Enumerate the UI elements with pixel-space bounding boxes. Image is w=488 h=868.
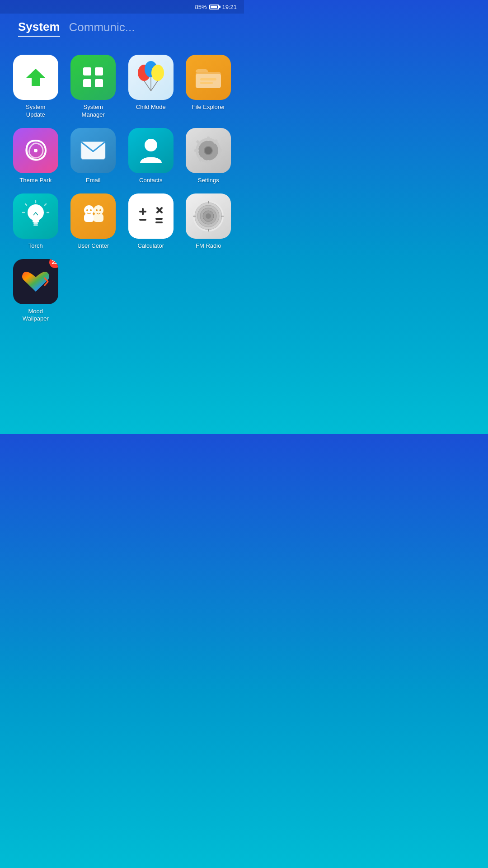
app-label-settings: Settings [198,177,219,184]
app-contacts[interactable]: Contacts [124,128,178,184]
app-file-explorer[interactable]: File Explorer [182,55,235,119]
svg-rect-1 [83,67,91,75]
svg-rect-12 [196,74,221,88]
app-label-theme-park: Theme Park [19,177,52,184]
svg-marker-0 [26,69,45,86]
app-system-update[interactable]: SystemUpdate [9,55,62,119]
svg-point-20 [145,139,157,151]
app-icon-user-center [70,193,116,239]
status-bar: 85% 19:21 [0,0,244,14]
svg-point-49 [99,209,101,211]
svg-rect-39 [33,220,39,222]
time: 19:21 [222,4,237,10]
app-email[interactable]: Email [67,128,120,184]
app-theme-park[interactable]: Theme Park [9,128,62,184]
app-grid: SystemUpdate SystemManager [0,41,244,332]
svg-point-7 [151,65,164,81]
svg-point-32 [205,147,212,154]
app-icon-fm-radio [186,193,231,239]
svg-rect-4 [95,79,103,87]
svg-rect-13 [200,78,216,80]
svg-point-44 [94,205,103,215]
app-icon-contacts [128,128,174,173]
app-mood-wallpaper[interactable]: 22 MoodWallpaper [9,259,62,323]
app-label-contacts: Contacts [139,177,162,184]
app-system-manager[interactable]: SystemManager [67,55,120,119]
svg-rect-26 [194,149,199,152]
app-icon-theme-park [13,128,58,173]
svg-rect-27 [218,149,222,152]
svg-rect-2 [95,67,103,75]
app-label-system-manager: SystemManager [82,104,105,119]
svg-rect-14 [200,82,213,84]
app-label-torch: Torch [28,242,43,250]
app-label-user-center: User Center [77,242,109,250]
app-label-mood-wallpaper: MoodWallpaper [23,308,49,323]
app-icon-settings [186,128,231,173]
app-label-fm-radio: FM Radio [196,242,221,250]
battery-icon [209,5,219,9]
app-calculator[interactable]: Calculator [124,193,178,250]
battery-percentage: 85% [195,4,206,10]
app-label-file-explorer: File Explorer [192,104,225,111]
app-icon-mood-wallpaper: 22 [13,259,58,304]
app-label-system-update: SystemUpdate [26,104,45,119]
app-label-child-mode: Child Mode [136,104,166,111]
app-icon-torch [13,193,58,239]
app-user-center[interactable]: User Center [67,193,120,250]
svg-rect-40 [33,222,38,224]
svg-rect-3 [83,79,91,87]
svg-point-48 [96,209,98,211]
app-label-email: Email [86,177,101,184]
tab-communic[interactable]: Communic... [69,19,135,36]
app-icon-calculator [128,193,174,239]
svg-point-16 [34,149,38,152]
mood-wallpaper-badge: 22 [49,259,58,268]
app-icon-system-update [13,55,58,100]
svg-rect-45 [94,214,103,222]
svg-point-47 [90,209,92,211]
tab-bar: System Communic... [0,14,244,41]
svg-point-46 [86,209,88,211]
app-torch[interactable]: Torch [9,193,62,250]
svg-rect-41 [33,224,38,226]
svg-line-36 [45,204,46,205]
app-icon-child-mode [128,55,174,100]
app-settings[interactable]: Settings [182,128,235,184]
app-label-calculator: Calculator [137,242,164,250]
app-fm-radio[interactable]: FM Radio [182,193,235,250]
app-icon-system-manager [70,55,116,100]
tab-system[interactable]: System [18,18,60,37]
status-bar-right: 85% 19:21 [195,4,237,10]
app-icon-email [70,128,116,173]
svg-line-8 [144,81,151,91]
svg-rect-25 [207,160,210,165]
svg-point-62 [206,213,211,219]
app-child-mode[interactable]: Child Mode [124,55,178,119]
svg-rect-24 [207,137,210,141]
svg-line-35 [25,204,27,205]
svg-rect-43 [84,214,94,222]
app-icon-file-explorer [186,55,231,100]
svg-line-10 [151,81,158,91]
